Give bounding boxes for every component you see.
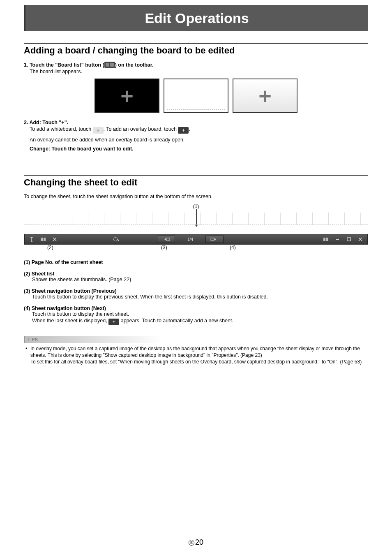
- def4-desc-b: When the last sheet is displayed, + appe…: [32, 318, 368, 325]
- step2-line-a: To add a whiteboard, touch +. To add an …: [30, 126, 368, 134]
- section2-intro: To change the sheet, touch the sheet nav…: [24, 194, 368, 199]
- step1-suffix: ) on the toolbar.: [115, 62, 154, 68]
- step1-sub: The board list appears.: [30, 69, 368, 74]
- step2-a1: To add a whiteboard, touch: [30, 126, 93, 132]
- text-tool-button[interactable]: [26, 235, 37, 243]
- page-number: E20: [0, 538, 392, 547]
- step2-a2: . To add an overlay board, touch: [104, 126, 178, 132]
- close-button[interactable]: [355, 235, 366, 243]
- svg-rect-4: [323, 238, 325, 241]
- tips-box: TIPS In overlay mode, you can set a capt…: [24, 336, 368, 365]
- board-list-icon: [104, 62, 115, 68]
- svg-rect-7: [347, 238, 350, 241]
- callout-1: (1): [24, 204, 368, 209]
- def1-title: (1) Page No. of the current sheet: [24, 259, 368, 265]
- step2-line-b: An overlay cannot be added when an overl…: [30, 137, 368, 143]
- board-button[interactable]: [321, 235, 331, 243]
- sheet-list-button[interactable]: [38, 235, 48, 243]
- step2-change: Change: Touch the board you want to edit…: [30, 146, 134, 152]
- svg-rect-3: [211, 238, 214, 240]
- page-indicator: 1/4: [187, 237, 193, 242]
- step1-prefix: 1. Touch the "Board list" button (: [24, 62, 104, 68]
- section2-heading: Changing the sheet to edit: [24, 177, 368, 188]
- step1: 1. Touch the "Board list" button () on t…: [24, 62, 368, 68]
- search-icon[interactable]: [111, 235, 122, 243]
- nav-next-button[interactable]: [205, 236, 224, 243]
- add-whiteboard-icon: +: [93, 127, 104, 134]
- def2-desc: Shows the sheets as thumbnails. (Page 22…: [32, 277, 368, 282]
- step2: 2. Add: Touch "+".: [24, 120, 368, 125]
- def4-b2: appears. Touch to automatically add a ne…: [119, 318, 233, 324]
- step2-a3: .: [189, 126, 190, 132]
- banner-title: Edit Operations: [145, 10, 249, 26]
- add-sheet-icon: +: [108, 319, 119, 325]
- current-board-thumb[interactable]: [164, 79, 228, 113]
- svg-rect-0: [41, 238, 43, 241]
- plus-icon: +: [258, 85, 272, 107]
- page-num-value: 20: [195, 538, 203, 546]
- def2-title: (2) Sheet list: [24, 271, 368, 277]
- svg-rect-6: [336, 239, 339, 240]
- nav-prev-button[interactable]: [157, 236, 175, 243]
- plus-icon: +: [120, 85, 134, 107]
- close-tool-button[interactable]: [49, 235, 60, 243]
- window-button[interactable]: [344, 235, 354, 243]
- sheet-diagram: (1): [24, 204, 368, 254]
- step2-label: 2. Add: Touch "+".: [24, 120, 68, 125]
- svg-rect-1: [44, 238, 46, 241]
- add-overlay-icon: +: [178, 127, 189, 134]
- callout-4: (4): [230, 245, 236, 250]
- definitions: (1) Page No. of the current sheet (2) Sh…: [24, 259, 368, 325]
- section-rule: [24, 175, 368, 176]
- svg-rect-5: [326, 238, 328, 241]
- add-whiteboard-thumb[interactable]: +: [95, 79, 159, 113]
- page-e: E: [189, 540, 194, 546]
- def4-title: (4) Sheet navigation button (Next): [24, 305, 368, 311]
- callout-2: (2): [47, 245, 53, 250]
- board-list-row: + +: [24, 79, 368, 113]
- add-overlay-thumb[interactable]: +: [233, 79, 297, 113]
- section1-heading: Adding a board / changing the board to b…: [24, 45, 368, 56]
- tips-body: In overlay mode, you can set a captured …: [25, 345, 367, 365]
- sheet-toolbar: 1/4: [24, 234, 368, 245]
- callout-3: (3): [161, 245, 167, 250]
- section-rule: [24, 43, 368, 44]
- page-banner: Edit Operations: [24, 5, 368, 31]
- def4-b1: When the last sheet is displayed,: [32, 318, 108, 324]
- def3-desc: Touch this button to display the previou…: [32, 294, 368, 300]
- def4-desc-a: Touch this button to display the next sh…: [32, 311, 368, 317]
- def3-title: (3) Sheet navigation button (Previous): [24, 288, 368, 294]
- tips-label: TIPS: [24, 336, 368, 343]
- svg-rect-2: [166, 238, 170, 240]
- minimize-button[interactable]: [332, 235, 343, 243]
